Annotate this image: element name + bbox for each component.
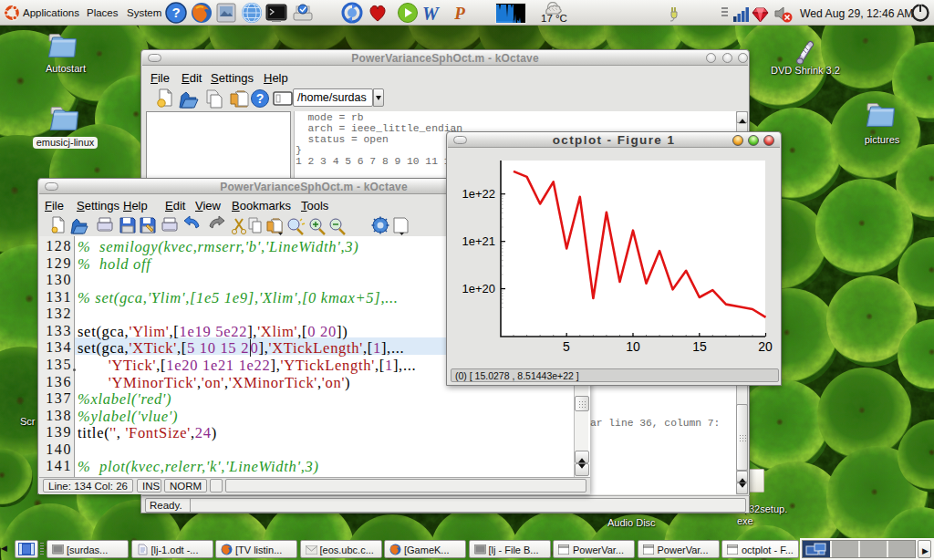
svg-text:W: W [422,4,440,24]
svg-text:P: P [453,4,465,23]
svg-text:?: ? [171,5,180,20]
svg-text:?: ? [256,91,265,106]
